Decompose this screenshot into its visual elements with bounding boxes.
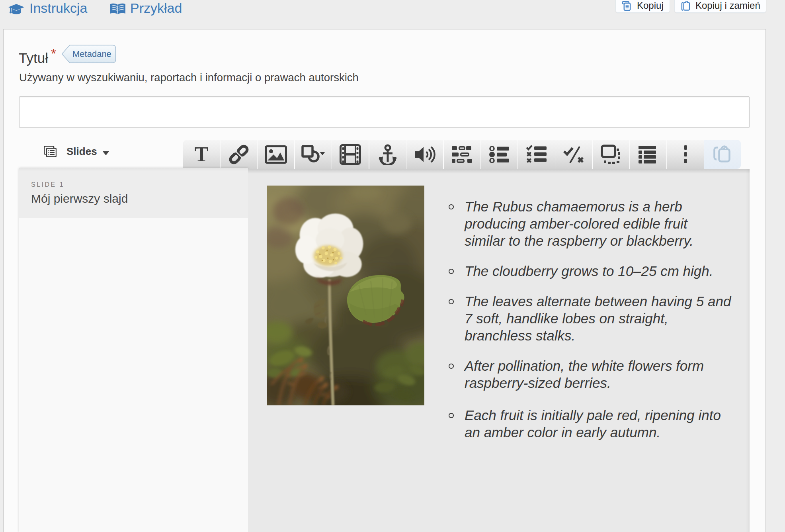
svg-text:Metadane: Metadane (72, 49, 111, 59)
svg-text:T: T (195, 145, 209, 164)
